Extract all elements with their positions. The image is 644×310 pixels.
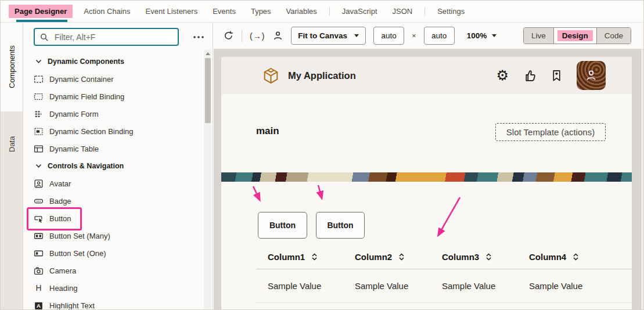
tab-group-divider <box>329 7 330 16</box>
component-item-label: Button Set (Many) <box>49 232 110 240</box>
rail-tab-data[interactable]: Data <box>1 111 23 176</box>
gear-icon[interactable]: ⚙ <box>496 69 509 82</box>
component-item-label: Button Set (One) <box>49 249 106 258</box>
component-tree: Dynamic ComponentsDynamic ContainerDynam… <box>23 53 213 310</box>
tab-event-listeners[interactable]: Event Listeners <box>142 1 202 22</box>
dynamic-section-binding-icon <box>34 127 44 136</box>
chevron-down-icon <box>35 164 42 168</box>
column-header-column3[interactable]: Column3 <box>442 252 529 262</box>
canvas-height-input[interactable] <box>424 27 455 45</box>
scrollbar-thumb[interactable] <box>205 58 211 123</box>
column-label: Column3 <box>442 252 479 262</box>
table-cell: Sample Value <box>268 281 355 291</box>
mode-design[interactable]: Design <box>553 28 596 44</box>
sort-icon[interactable] <box>485 253 492 261</box>
column-header-column1[interactable]: Column1 <box>268 252 355 262</box>
tab-json[interactable]: JSON <box>388 1 417 22</box>
preview-button-2[interactable]: Button <box>316 212 365 239</box>
component-filter-input[interactable] <box>53 32 173 42</box>
column-header-column4[interactable]: Column4 <box>529 252 616 262</box>
tab-label: JSON <box>388 5 417 18</box>
tab-javascript[interactable]: JavaScript <box>338 1 382 22</box>
chevron-down-icon <box>492 34 497 37</box>
table-row: Sample ValueSample ValueSample ValueSamp… <box>256 269 632 303</box>
interaction-mode-icon[interactable]: (→) <box>250 31 265 41</box>
refresh-icon[interactable] <box>223 30 234 41</box>
scroll-up-icon[interactable] <box>206 52 210 55</box>
filter-row <box>23 23 213 49</box>
sidebar-scrollbar[interactable] <box>204 49 211 309</box>
preview-button-1[interactable]: Button <box>258 212 307 239</box>
component-item-button[interactable]: Button <box>23 210 213 227</box>
design-canvas: (→) Fit to Canvas × 100% LiveDesignCode … <box>214 23 643 309</box>
column-header-column2[interactable]: Column2 <box>355 252 442 262</box>
component-item-badge[interactable]: Badge <box>23 192 213 210</box>
mode-switcher: LiveDesignCode <box>523 27 631 44</box>
tab-label: Event Listeners <box>142 5 202 18</box>
column-label: Column2 <box>355 252 392 262</box>
dynamic-form-icon <box>34 109 44 119</box>
canvas-edge-scroll-area[interactable] <box>641 49 643 309</box>
mode-live[interactable]: Live <box>524 28 553 44</box>
bookmark-plus-icon[interactable] <box>550 69 563 82</box>
tab-page-designer[interactable]: Page Designer <box>9 1 73 22</box>
component-item-button-set-one[interactable]: Button Set (One) <box>23 244 213 262</box>
sort-icon[interactable] <box>398 253 405 261</box>
component-item-camera[interactable]: Camera <box>23 262 213 279</box>
component-item-dynamic-section-binding[interactable]: Dynamic Section Binding <box>23 122 213 140</box>
sort-icon[interactable] <box>572 253 580 261</box>
header-actions: ⚙ <box>496 61 606 90</box>
component-item-button-set-many[interactable]: Button Set (Many) <box>23 227 213 244</box>
tab-label: Page Designer <box>9 5 73 18</box>
person-icon <box>584 68 599 83</box>
component-item-label: Badge <box>49 197 71 206</box>
heading-icon: H <box>34 283 44 293</box>
avatar[interactable] <box>577 61 606 90</box>
tab-action-chains[interactable]: Action Chains <box>80 1 134 22</box>
fit-to-canvas-dropdown[interactable]: Fit to Canvas <box>291 27 366 45</box>
component-item-label: Dynamic Field Binding <box>49 92 124 101</box>
visual-builder-window: Page DesignerAction ChainsEvent Listener… <box>0 0 644 310</box>
tab-types[interactable]: Types <box>247 1 275 22</box>
tab-label: Action Chains <box>80 5 134 18</box>
dynamic-table-icon <box>34 144 44 154</box>
table-cell: Sample Value <box>442 281 529 291</box>
zoom-dropdown[interactable]: 100% <box>467 31 497 40</box>
table-cell: Sample Value <box>529 281 616 291</box>
button-icon <box>34 214 44 224</box>
user-mode-icon[interactable] <box>272 30 283 41</box>
dynamic-container-icon <box>34 74 44 84</box>
button-set-one-icon <box>34 248 44 258</box>
app-title: My Application <box>288 70 356 81</box>
component-item-dynamic-field-binding[interactable]: Dynamic Field Binding <box>23 88 213 105</box>
overflow-menu-icon[interactable] <box>193 35 204 39</box>
sort-icon[interactable] <box>311 253 318 261</box>
fit-to-canvas-label: Fit to Canvas <box>298 31 347 40</box>
component-item-dynamic-form[interactable]: Dynamic Form <box>23 105 213 122</box>
mode-code[interactable]: Code <box>596 28 631 44</box>
thumbs-up-icon[interactable] <box>522 69 537 83</box>
section-header-dynamic-components[interactable]: Dynamic Components <box>23 53 213 70</box>
section-header-controls-navigation[interactable]: Controls & Navigation <box>23 157 213 175</box>
badge-icon <box>34 196 44 206</box>
column-label: Column4 <box>529 252 566 262</box>
slot-template-placeholder[interactable]: Slot Template (actions) <box>495 123 606 141</box>
component-item-highlight-text[interactable]: AHighlight Text <box>23 297 213 310</box>
mode-label: Design <box>557 30 593 41</box>
tab-settings[interactable]: Settings <box>433 1 469 22</box>
tab-label: Variables <box>282 5 321 18</box>
page-title: main <box>256 125 279 137</box>
canvas-width-input[interactable] <box>373 27 404 45</box>
component-item-heading[interactable]: HHeading <box>23 279 213 297</box>
svg-text:H: H <box>36 283 42 293</box>
component-filter-box[interactable] <box>34 28 179 46</box>
chevron-down-icon <box>35 59 42 64</box>
tab-events[interactable]: Events <box>208 1 240 22</box>
component-item-dynamic-container[interactable]: Dynamic Container <box>23 70 213 88</box>
component-item-label: Dynamic Form <box>49 110 99 118</box>
component-item-dynamic-table[interactable]: Dynamic Table <box>23 140 213 157</box>
rail-tab-components[interactable]: Components <box>1 23 23 111</box>
tab-variables[interactable]: Variables <box>282 1 321 22</box>
component-item-avatar[interactable]: Avatar <box>23 175 213 192</box>
avatar-icon <box>34 179 44 189</box>
